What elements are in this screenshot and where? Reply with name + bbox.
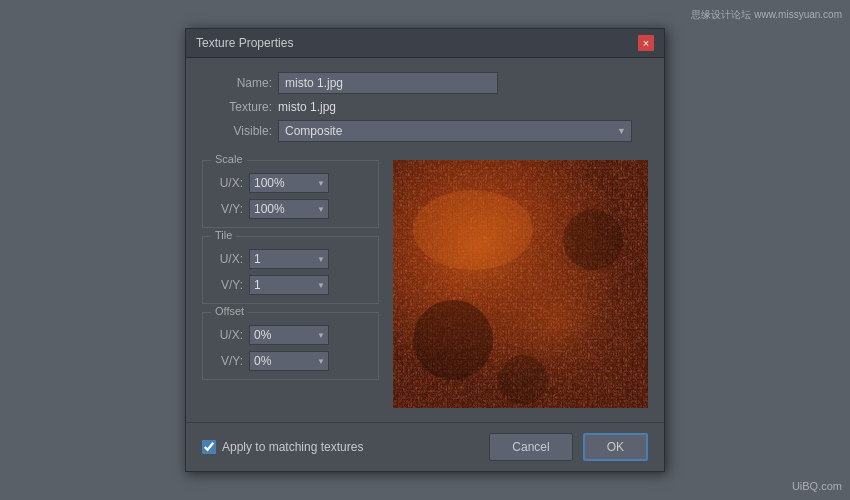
scale-ux-label: U/X:: [213, 176, 243, 190]
name-input[interactable]: [278, 72, 498, 94]
watermark-bottom: UiBQ.com: [792, 480, 842, 492]
scale-vy-select[interactable]: 100% 75% 50%: [249, 199, 329, 219]
apply-matching-checkbox[interactable]: [202, 440, 216, 454]
scale-section: Scale U/X: 100% 75% 50% V/Y:: [202, 160, 379, 228]
offset-vy-select[interactable]: 0% 25% 50%: [249, 351, 329, 371]
dialog: Texture Properties × Name: Texture: mist…: [185, 28, 665, 472]
tile-vy-label: V/Y:: [213, 278, 243, 292]
watermark-top: 思缘设计论坛 www.missyuan.com: [691, 8, 842, 22]
svg-point-5: [563, 210, 623, 270]
svg-point-4: [413, 300, 493, 380]
footer-buttons: Cancel OK: [489, 433, 648, 461]
ok-button[interactable]: OK: [583, 433, 648, 461]
visible-select[interactable]: Composite: [278, 120, 632, 142]
texture-preview-wrapper: [393, 160, 648, 408]
name-row: Name:: [202, 72, 648, 94]
scale-ux-select[interactable]: 100% 75% 50%: [249, 173, 329, 193]
scale-vy-select-wrapper: 100% 75% 50%: [249, 199, 329, 219]
texture-label: Texture:: [202, 100, 272, 114]
visible-row: Visible: Composite: [202, 120, 648, 142]
tile-ux-select-wrapper: 1 2 3: [249, 249, 329, 269]
apply-matching-text: Apply to matching textures: [222, 440, 363, 454]
dialog-body: Name: Texture: misto 1.jpg Visible: Comp…: [186, 58, 664, 422]
offset-section: Offset U/X: 0% 25% 50% V/Y:: [202, 312, 379, 380]
tile-ux-select[interactable]: 1 2 3: [249, 249, 329, 269]
close-button[interactable]: ×: [638, 35, 654, 51]
texture-row: Texture: misto 1.jpg: [202, 100, 648, 114]
scale-vy-row: V/Y: 100% 75% 50%: [213, 199, 368, 219]
main-content: Scale U/X: 100% 75% 50% V/Y:: [202, 160, 648, 408]
dialog-titlebar: Texture Properties ×: [186, 29, 664, 58]
apply-matching-label[interactable]: Apply to matching textures: [202, 440, 363, 454]
offset-vy-select-wrapper: 0% 25% 50%: [249, 351, 329, 371]
offset-ux-select[interactable]: 0% 25% 50%: [249, 325, 329, 345]
offset-ux-label: U/X:: [213, 328, 243, 342]
name-label: Name:: [202, 76, 272, 90]
texture-value: misto 1.jpg: [278, 100, 336, 114]
top-fields: Name: Texture: misto 1.jpg Visible: Comp…: [202, 72, 648, 142]
tile-legend: Tile: [211, 229, 236, 241]
tile-ux-row: U/X: 1 2 3: [213, 249, 368, 269]
offset-ux-select-wrapper: 0% 25% 50%: [249, 325, 329, 345]
offset-vy-row: V/Y: 0% 25% 50%: [213, 351, 368, 371]
scale-ux-row: U/X: 100% 75% 50%: [213, 173, 368, 193]
scale-legend: Scale: [211, 153, 247, 165]
cancel-button[interactable]: Cancel: [489, 433, 572, 461]
tile-ux-label: U/X:: [213, 252, 243, 266]
texture-preview: [393, 160, 648, 408]
visible-label: Visible:: [202, 124, 272, 138]
tile-section: Tile U/X: 1 2 3 V/Y:: [202, 236, 379, 304]
svg-point-7: [413, 190, 533, 270]
dialog-title: Texture Properties: [196, 36, 293, 50]
dialog-footer: Apply to matching textures Cancel OK: [186, 422, 664, 471]
offset-legend: Offset: [211, 305, 248, 317]
tile-vy-select-wrapper: 1 2 3: [249, 275, 329, 295]
tile-vy-row: V/Y: 1 2 3: [213, 275, 368, 295]
left-panel: Scale U/X: 100% 75% 50% V/Y:: [202, 160, 379, 408]
scale-vy-label: V/Y:: [213, 202, 243, 216]
svg-point-6: [498, 355, 548, 405]
visible-select-wrapper: Composite: [278, 120, 632, 142]
offset-vy-label: V/Y:: [213, 354, 243, 368]
scale-ux-select-wrapper: 100% 75% 50%: [249, 173, 329, 193]
tile-vy-select[interactable]: 1 2 3: [249, 275, 329, 295]
offset-ux-row: U/X: 0% 25% 50%: [213, 325, 368, 345]
